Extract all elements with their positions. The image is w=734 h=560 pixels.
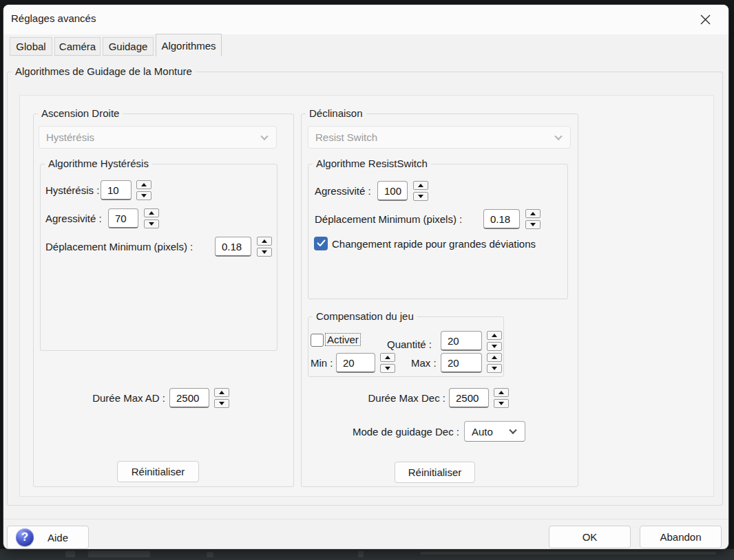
spin-up-button[interactable] <box>257 237 272 246</box>
arrow-down-icon <box>492 345 497 348</box>
spin-up-button[interactable] <box>380 353 395 362</box>
arrow-up-icon <box>262 239 267 243</box>
screen: Réglages avancés Global Caméra Guidage A… <box>0 0 734 560</box>
arrow-down-icon <box>149 222 154 226</box>
check-icon <box>317 237 326 250</box>
tab-global[interactable]: Global <box>10 37 52 56</box>
spin-up-button[interactable] <box>214 388 229 397</box>
backlash-group-label: Compensation du jeu <box>313 310 417 322</box>
arrow-up-icon <box>492 356 497 359</box>
ra-aggressiveness-input[interactable] <box>108 208 138 228</box>
spin-up-button[interactable] <box>525 209 541 218</box>
spin-down-button[interactable] <box>214 399 229 408</box>
dec-group-label: Déclinaison <box>306 107 366 119</box>
backlash-min-input[interactable] <box>336 353 375 373</box>
dec-fast-switch-checkbox[interactable] <box>314 237 328 250</box>
spin-up-button[interactable] <box>494 388 509 397</box>
tab-algorithmes[interactable]: Algorithmes <box>156 34 222 56</box>
spin-down-button[interactable] <box>487 342 502 351</box>
dec-guide-mode-label: Mode de guidage Dec : <box>341 422 459 442</box>
dec-reset-button[interactable]: Réinitialiser <box>395 462 475 483</box>
arrow-down-icon <box>499 402 504 405</box>
spin-up-button[interactable] <box>487 331 502 340</box>
chevron-down-icon <box>260 132 268 140</box>
arrow-down-icon <box>262 250 267 254</box>
ok-button[interactable]: OK <box>549 526 631 548</box>
tab-guidage[interactable]: Guidage <box>103 37 154 56</box>
spin-down-button[interactable] <box>380 364 395 373</box>
dec-max-duration-input[interactable] <box>449 388 489 408</box>
backlash-amount-spinner <box>487 331 502 351</box>
arrow-down-icon <box>219 402 224 405</box>
spin-down-button[interactable] <box>144 219 159 228</box>
mount-algorithms-group-label: Algorithmes de Guidage de la Monture <box>12 65 196 77</box>
ra-aggressiveness-spinner <box>144 208 159 228</box>
dec-guide-mode-selected: Auto <box>472 426 493 438</box>
chevron-down-icon <box>554 132 562 140</box>
ra-min-move-label: Déplacement Minimum (pixels) : <box>45 237 193 257</box>
arrow-up-icon <box>418 184 423 187</box>
ra-max-duration-input[interactable] <box>169 388 209 408</box>
dec-algorithm-select[interactable]: Resist Switch <box>308 126 571 149</box>
ra-inner-group-label: Algorithme Hystérésis <box>45 158 152 169</box>
arrow-up-icon <box>219 391 224 394</box>
ra-max-duration-label: Durée Max AD : <box>65 388 165 408</box>
ra-reset-button[interactable]: Réinitialiser <box>117 461 199 482</box>
spin-up-button[interactable] <box>487 353 502 362</box>
arrow-up-icon <box>149 211 154 215</box>
backlash-max-spinner <box>487 353 502 373</box>
arrow-down-icon <box>492 367 497 370</box>
dec-guide-mode-select[interactable]: Auto <box>464 421 525 442</box>
cancel-button[interactable]: Abandon <box>640 526 722 548</box>
advanced-settings-dialog: Réglages avancés Global Caméra Guidage A… <box>3 5 728 549</box>
dec-fast-switch-label: Changement rapide pour grandes déviation… <box>332 238 536 250</box>
chevron-down-icon <box>509 427 516 434</box>
dec-aggressiveness-input[interactable] <box>377 181 408 201</box>
arrow-up-icon <box>492 334 497 337</box>
spin-up-button[interactable] <box>144 208 159 217</box>
arrow-down-icon <box>418 195 423 198</box>
tab-camera[interactable]: Caméra <box>54 37 101 56</box>
close-icon <box>700 14 711 28</box>
ra-algorithm-selected: Hystérésis <box>46 131 94 143</box>
backlash-amount-input[interactable] <box>441 331 482 351</box>
arrow-up-icon <box>499 391 504 394</box>
spin-down-button[interactable] <box>257 248 272 257</box>
backlash-max-label: Max : <box>411 353 437 373</box>
ra-aggressiveness-label: Agressivité : <box>45 208 102 228</box>
backlash-max-input[interactable] <box>441 353 482 373</box>
footer-separator <box>3 519 728 519</box>
spin-up-button[interactable] <box>413 181 428 190</box>
spin-down-button[interactable] <box>494 399 509 408</box>
ra-algorithm-select[interactable]: Hystérésis <box>39 126 277 149</box>
title-bar: Réglages avancés <box>3 5 728 34</box>
ra-group-label: Ascension Droite <box>38 107 123 119</box>
help-button-label: Aide <box>48 532 68 543</box>
spin-down-button[interactable] <box>413 192 428 201</box>
ra-max-duration-spinner <box>214 388 229 408</box>
spin-down-button[interactable] <box>136 191 151 200</box>
dec-algorithm-selected: Resist Switch <box>315 131 377 143</box>
ra-hysteresis-input[interactable] <box>101 180 132 200</box>
spin-down-button[interactable] <box>487 364 502 373</box>
spin-up-button[interactable] <box>136 180 151 189</box>
arrow-up-icon <box>385 356 390 359</box>
dec-aggressiveness-label: Agressivité : <box>315 181 371 201</box>
arrow-up-icon <box>141 183 147 186</box>
dec-max-duration-label: Durée Max Dec : <box>344 388 445 408</box>
spin-down-button[interactable] <box>525 220 541 229</box>
backlash-enable-checkbox[interactable] <box>311 334 324 347</box>
dialog-title: Réglages avancés <box>11 12 96 24</box>
arrow-down-icon <box>141 194 147 197</box>
ra-min-move-input[interactable] <box>215 237 251 257</box>
help-button[interactable]: ? Aide <box>7 526 89 549</box>
backlash-enable-label[interactable]: Activer <box>325 334 361 345</box>
dec-min-move-input[interactable] <box>483 209 520 229</box>
backlash-min-label: Min : <box>311 353 333 373</box>
close-button[interactable] <box>691 10 719 31</box>
ra-hysteresis-spinner <box>136 180 151 200</box>
arrow-down-icon <box>385 367 390 370</box>
dec-aggressiveness-spinner <box>413 181 428 201</box>
backlash-amount-label: Quantité : <box>387 334 432 354</box>
help-icon: ? <box>16 528 34 546</box>
